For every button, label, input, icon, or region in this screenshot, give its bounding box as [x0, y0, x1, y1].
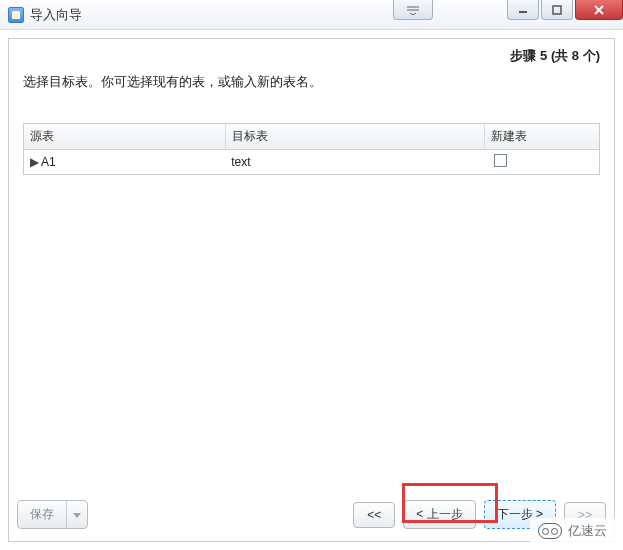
first-button[interactable]: << [353, 502, 395, 528]
prev-button[interactable]: < 上一步 [403, 500, 475, 529]
create-table-checkbox[interactable] [494, 154, 507, 167]
watermark: 亿速云 [530, 518, 615, 544]
wizard-frame: 步骤 5 (共 8 个) 选择目标表。你可选择现有的表，或输入新的表名。 源表 … [8, 38, 615, 542]
row-marker-icon: ▶ [30, 155, 39, 169]
column-header-create[interactable]: 新建表 [484, 124, 599, 150]
cell-source[interactable]: A1 [41, 155, 56, 169]
app-icon [8, 7, 24, 23]
grid-header-row: 源表 目标表 新建表 [24, 124, 599, 150]
window-body: 步骤 5 (共 8 个) 选择目标表。你可选择现有的表，或输入新的表名。 源表 … [0, 30, 623, 550]
watermark-text: 亿速云 [568, 522, 607, 540]
save-button[interactable]: 保存 [18, 501, 67, 528]
instruction-text: 选择目标表。你可选择现有的表，或输入新的表名。 [9, 69, 614, 95]
window-controls [505, 0, 623, 20]
close-button[interactable] [575, 0, 623, 20]
step-label: 步骤 5 (共 8 个) [9, 39, 614, 69]
titlebar: 导入向导 [0, 0, 623, 30]
dropdown-button[interactable] [393, 0, 433, 20]
cell-target[interactable]: text [225, 150, 484, 175]
column-header-target[interactable]: 目标表 [225, 124, 484, 150]
save-split-button: 保存 [17, 500, 88, 529]
maximize-button[interactable] [541, 0, 573, 20]
watermark-icon [538, 523, 562, 539]
svg-rect-1 [553, 6, 561, 14]
svg-rect-0 [519, 11, 527, 13]
table-mapping-grid: 源表 目标表 新建表 ▶A1 text [23, 123, 600, 175]
window-title: 导入向导 [30, 6, 82, 24]
button-bar: 保存 << < 上一步 下一步 > >> [17, 500, 606, 529]
minimize-button[interactable] [507, 0, 539, 20]
save-dropdown-button[interactable] [67, 501, 87, 528]
table-row[interactable]: ▶A1 text [24, 150, 599, 175]
column-header-source[interactable]: 源表 [24, 124, 225, 150]
